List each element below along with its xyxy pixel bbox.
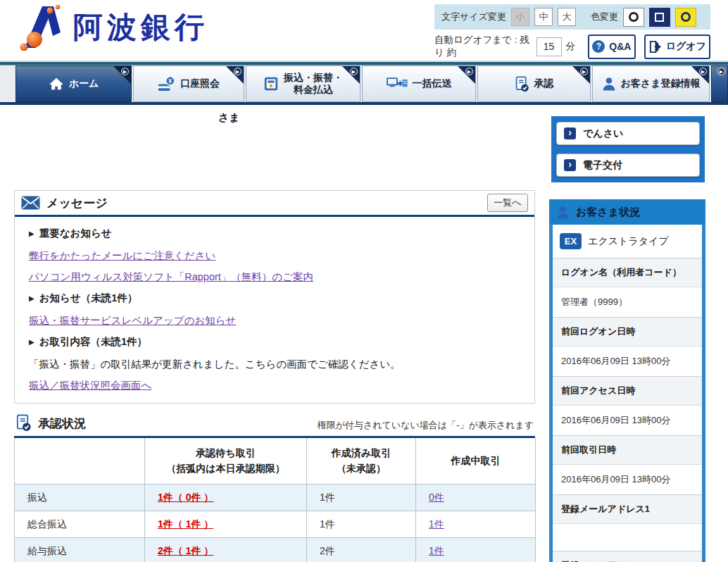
chevron-right-icon: › bbox=[564, 159, 576, 171]
email1-value bbox=[553, 524, 702, 551]
nav-tab-overflow-stub[interactable]: ▶ bbox=[711, 65, 728, 102]
last-access-value: 2016年06月09日 13時00分 bbox=[553, 406, 702, 436]
text-size-medium-button[interactable]: 中 bbox=[534, 8, 553, 26]
pending-count-link[interactable]: 1件（ 1件 ） bbox=[158, 518, 213, 530]
nav-tab-label: 一括伝送 bbox=[413, 77, 452, 90]
nav-tab-batch-transmission[interactable]: 一括伝送 ▶ bbox=[362, 65, 476, 102]
draft-count-link[interactable]: 1件 bbox=[429, 545, 444, 556]
nav-tab-transfer-payment[interactable]: 振込・振替・ 料金払込 ▶ bbox=[246, 65, 360, 102]
transaction-heading: ▶お取引内容（未読1件） bbox=[29, 331, 520, 354]
circle-outline-icon bbox=[681, 12, 691, 22]
approval-table: 承認待ち取引 （括弧内は本日承認期限） 作成済み取引 （未承認） 作成中取引 振… bbox=[14, 438, 536, 562]
document-check-icon bbox=[515, 76, 529, 92]
email2-label: 登録メールアドレス2 bbox=[553, 551, 702, 562]
message-header: メッセージ 一覧へ bbox=[15, 191, 534, 217]
triangle-bullet-icon: ▶ bbox=[29, 338, 34, 346]
bank-logo-icon bbox=[18, 4, 68, 51]
qa-button-label: Q&A bbox=[609, 41, 631, 52]
auto-logoff-label: 自動ログオフまで : 残り 約 bbox=[434, 34, 532, 59]
approval-row-kyuyo-furikomi: 給与振込 2件（ 1件 ） 2件 1件 bbox=[15, 538, 536, 562]
nav-divider bbox=[0, 102, 728, 105]
nav-tab-label: ホーム bbox=[69, 77, 99, 90]
phishing-warning-link[interactable]: 弊行をかたったメールにご注意ください bbox=[29, 245, 520, 266]
door-exit-icon bbox=[648, 40, 662, 54]
row-header-blank bbox=[15, 438, 145, 485]
nav-tab-approval[interactable]: 承認 ▶ bbox=[477, 65, 591, 102]
denshi-koufu-button[interactable]: › 電子交付 bbox=[556, 154, 700, 177]
session-bar: 自動ログオフまで : 残り 約 分 ? Q&A ログオフ bbox=[434, 33, 710, 60]
last-logon-value: 2016年06月09日 13時00分 bbox=[553, 346, 702, 377]
approval-status-section: 承認状況 権限が付与されていない場合は「-」が表示されます 承認待ち取引 （括弧… bbox=[14, 412, 535, 562]
nav-tab-label: 振込・振替・ 料金払込 bbox=[284, 72, 343, 96]
color-theme-dark-button[interactable] bbox=[649, 8, 670, 27]
message-list-button[interactable]: 一覧へ bbox=[487, 194, 528, 212]
qa-button[interactable]: ? Q&A bbox=[588, 35, 636, 59]
banking-home-page: 阿波銀行 文字サイズ変更 小 中 大 色変更 自動ログオフまで : 残り 約 分… bbox=[0, 0, 728, 562]
nav-tab-home[interactable]: ホーム ▶ bbox=[15, 65, 132, 102]
yen-card-icon: ¥ bbox=[158, 76, 175, 92]
nav-tab-account-inquiry[interactable]: ¥ 口座照会 ▶ bbox=[133, 65, 244, 102]
triangle-bullet-icon: ▶ bbox=[29, 230, 34, 237]
logoff-minutes-display[interactable] bbox=[536, 37, 562, 56]
col-created-header: 作成済み取引 （未承認） bbox=[307, 438, 416, 485]
customer-status-body: EX エクストラタイプ ログオン名（利用者コード） 管理者（9999） 前回ログ… bbox=[549, 225, 705, 562]
col-draft-header: 作成中取引 bbox=[416, 438, 536, 485]
notice-heading: ▶お知らせ（未読1件） bbox=[29, 287, 520, 310]
last-access-label: 前回アクセス日時 bbox=[553, 377, 702, 406]
customer-status-header: お客さま状況 bbox=[549, 199, 705, 225]
text-size-large-button[interactable]: 大 bbox=[558, 8, 576, 26]
logoff-button-label: ログオフ bbox=[666, 40, 706, 53]
logon-name-value: 管理者（9999） bbox=[553, 287, 702, 318]
quick-links-panel: › でんさい › 電子交付 bbox=[551, 116, 705, 182]
customer-greeting: さま bbox=[218, 111, 240, 125]
color-change-label: 色変更 bbox=[591, 11, 618, 23]
row-label: 総合振込 bbox=[15, 511, 145, 538]
person-icon bbox=[556, 206, 570, 219]
email1-label: 登録メールアドレス1 bbox=[553, 495, 702, 524]
atm-icon bbox=[263, 76, 279, 92]
bank-logo[interactable]: 阿波銀行 bbox=[18, 4, 208, 51]
svg-text:¥: ¥ bbox=[168, 77, 172, 84]
draft-count-link[interactable]: 0件 bbox=[429, 492, 444, 503]
rapport-software-link[interactable]: パソコン用ウィルス対策ソフト「Rapport」（無料）のご案内 bbox=[29, 266, 520, 287]
question-icon: ? bbox=[592, 40, 605, 53]
created-count: 1件 bbox=[307, 485, 416, 511]
customer-status-panel: お客さま状況 EX エクストラタイプ ログオン名（利用者コード） 管理者（999… bbox=[549, 199, 705, 562]
transfer-status-inquiry-link[interactable]: 振込／振替状況照会画面へ bbox=[29, 375, 520, 396]
created-count: 2件 bbox=[307, 538, 416, 562]
approval-title: 承認状況 bbox=[38, 416, 86, 432]
message-title: メッセージ bbox=[46, 195, 108, 211]
plan-row: EX エクストラタイプ bbox=[553, 225, 702, 258]
arrow-circle-icon: ▶ bbox=[580, 68, 588, 75]
plan-name: エクストラタイプ bbox=[588, 235, 669, 248]
square-outline-icon bbox=[655, 13, 664, 22]
approval-row-furikomi: 振込 1件（ 0件 ） 1件 0件 bbox=[15, 485, 536, 511]
service-levelup-link[interactable]: 振込・振替サービスレベルアップのお知らせ bbox=[29, 310, 520, 331]
arrow-circle-icon: ▶ bbox=[121, 68, 129, 75]
draft-count-link[interactable]: 1件 bbox=[429, 518, 444, 530]
created-count: 1件 bbox=[307, 511, 416, 538]
nav-tab-label: 承認 bbox=[534, 77, 554, 90]
nav-tab-label: お客さま登録情報 bbox=[621, 77, 701, 90]
approval-permission-note: 権限が付与されていない場合は「-」が表示されます bbox=[318, 419, 534, 432]
densai-button[interactable]: › でんさい bbox=[556, 122, 700, 145]
main-nav: ホーム ▶ ¥ 口座照会 ▶ 振込・振替・ 料金払込 ▶ bbox=[0, 65, 728, 102]
text-size-small-button[interactable]: 小 bbox=[511, 8, 529, 26]
minutes-unit-label: 分 bbox=[566, 40, 576, 53]
arrow-circle-icon: ▶ bbox=[234, 68, 241, 75]
document-check-icon bbox=[15, 414, 32, 432]
approval-table-header-row: 承認待ち取引 （括弧内は本日承認期限） 作成済み取引 （未承認） 作成中取引 bbox=[15, 438, 536, 485]
nav-tab-customer-info[interactable]: お客さま登録情報 ▶ bbox=[592, 65, 710, 102]
bank-name: 阿波銀行 bbox=[73, 8, 208, 47]
logoff-button[interactable]: ログオフ bbox=[644, 35, 710, 59]
densai-button-label: でんさい bbox=[583, 127, 623, 140]
message-section: メッセージ 一覧へ ▶重要なお知らせ 弊行をかたったメールにご注意ください パソ… bbox=[14, 190, 535, 404]
arrow-circle-icon: ▶ bbox=[465, 68, 473, 75]
last-transaction-label: 前回取引日時 bbox=[553, 436, 702, 465]
pending-count-link[interactable]: 2件（ 1件 ） bbox=[158, 545, 213, 556]
last-logon-label: 前回ログオン日時 bbox=[553, 318, 702, 346]
color-theme-yellow-button[interactable] bbox=[675, 8, 696, 27]
color-theme-default-button[interactable] bbox=[623, 8, 644, 27]
pending-count-link[interactable]: 1件（ 0件 ） bbox=[158, 492, 213, 503]
nav-tab-label: 口座照会 bbox=[180, 77, 220, 90]
